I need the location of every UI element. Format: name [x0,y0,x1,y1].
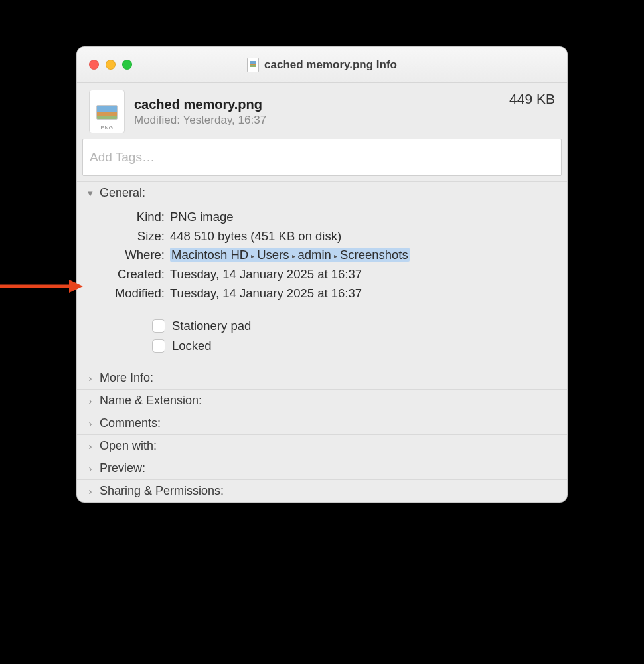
tags-input[interactable] [82,139,562,176]
file-size-summary: 449 KB [509,91,555,107]
section-title-name-extension: Name & Extension: [100,394,202,408]
chevron-right-icon: › [85,395,96,406]
window-title: cached memory.png Info [264,58,397,72]
section-sharing-permissions: › Sharing & Permissions: [77,479,567,502]
chevron-down-icon: ▾ [85,187,96,199]
label-kind: Kind: [86,208,170,227]
checkbox-icon [152,319,165,333]
checkbox-label-locked: Locked [172,339,212,353]
info-window: cached memory.png Info PNG cached memory… [76,46,568,503]
checkbox-label-stationery: Stationery pad [172,319,251,333]
zoom-window-button[interactable] [122,60,132,70]
chevron-right-icon: › [85,440,96,452]
value-where[interactable]: Macintosh HD▸Users▸admin▸Screenshots [170,248,410,262]
value-modified: Tuesday, 14 January 2025 at 16:37 [170,284,558,303]
section-header-name-extension[interactable]: › Name & Extension: [77,390,567,412]
section-comments: › Comments: [77,412,567,434]
section-open-with: › Open with: [77,434,567,457]
annotation-arrow [0,280,83,293]
titlebar[interactable]: cached memory.png Info [77,47,567,83]
file-name: cached memory.png [134,97,500,112]
file-modified-summary: Modified: Yesterday, 16:37 [134,114,500,127]
section-title-more-info: More Info: [100,371,153,385]
value-kind: PNG image [170,208,558,227]
chevron-right-icon: › [85,373,96,384]
section-header-comments[interactable]: › Comments: [77,412,567,434]
label-created: Created: [86,265,170,284]
checkbox-stationery-pad[interactable]: Stationery pad [152,316,558,336]
section-more-info: › More Info: [77,367,567,389]
file-thumbnail: PNG [89,90,125,133]
label-modified: Modified: [86,284,170,303]
section-name-extension: › Name & Extension: [77,389,567,412]
file-header: PNG cached memory.png Modified: Yesterda… [77,83,567,139]
row-where: Where: Macintosh HD▸Users▸admin▸Screensh… [86,246,558,265]
section-header-preview[interactable]: › Preview: [77,457,567,479]
section-header-open-with[interactable]: › Open with: [77,435,567,457]
section-general: ▾ General: Kind: PNG image Size: 448 510… [77,181,567,367]
value-size: 448 510 bytes (451 KB on disk) [170,227,558,246]
row-kind: Kind: PNG image [86,208,558,227]
checkbox-icon [152,339,165,353]
chevron-right-icon: › [85,418,96,429]
section-header-sharing-permissions[interactable]: › Sharing & Permissions: [77,480,567,502]
section-header-more-info[interactable]: › More Info: [77,367,567,389]
value-created: Tuesday, 14 January 2025 at 16:37 [170,265,558,284]
label-where: Where: [86,246,170,265]
section-title-sharing-permissions: Sharing & Permissions: [100,484,224,498]
chevron-right-icon: › [85,485,96,497]
row-size: Size: 448 510 bytes (451 KB on disk) [86,227,558,246]
label-size: Size: [86,227,170,246]
title-file-icon [247,58,259,72]
section-header-general[interactable]: ▾ General: [77,182,567,204]
row-modified: Modified: Tuesday, 14 January 2025 at 16… [86,284,558,303]
checkbox-locked[interactable]: Locked [152,336,558,356]
row-created: Created: Tuesday, 14 January 2025 at 16:… [86,265,558,284]
minimize-window-button[interactable] [106,60,116,70]
section-title-open-with: Open with: [100,439,157,453]
traffic-lights [77,60,132,70]
svg-marker-1 [69,280,83,293]
section-preview: › Preview: [77,457,567,479]
chevron-right-icon: › [85,463,96,474]
thumbnail-badge: PNG [90,125,124,131]
section-title-preview: Preview: [100,461,145,475]
section-title-comments: Comments: [100,416,161,430]
close-window-button[interactable] [89,60,99,70]
section-title-general: General: [100,186,145,200]
